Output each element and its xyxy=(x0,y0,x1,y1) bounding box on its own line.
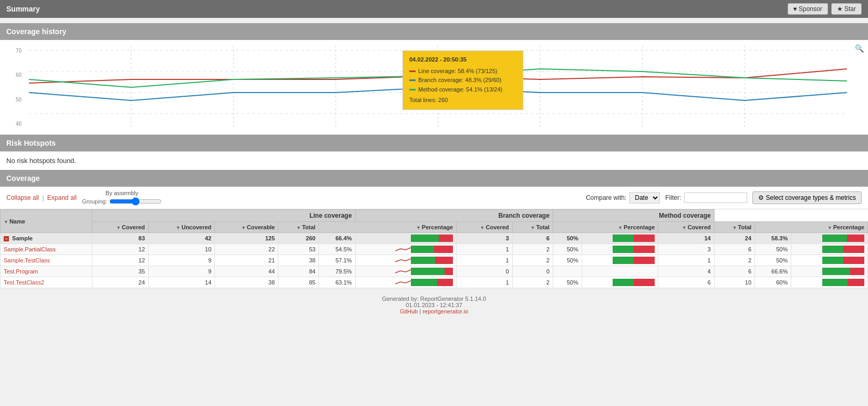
risk-hotspots-header: Risk Hotspots xyxy=(0,135,868,151)
page-title: Summary xyxy=(6,5,40,13)
col-branch-pct[interactable]: ▼Percentage xyxy=(553,222,658,233)
col-line-coverable[interactable]: ▼Coverable xyxy=(215,222,278,233)
compare-control: Compare with: Date xyxy=(586,192,660,204)
coverage-table: ▼Name Line coverage Branch coverage Meth… xyxy=(0,209,868,288)
select-coverage-button[interactable]: ⚙ Select coverage types & metrics xyxy=(752,191,862,204)
col-method-pct[interactable]: ▼Percentage xyxy=(755,222,868,233)
collapse-row-icon[interactable]: − xyxy=(4,236,9,241)
coverage-header: Coverage xyxy=(0,170,868,187)
grouping-slider[interactable] xyxy=(109,197,162,206)
filter-control: Filter: xyxy=(665,192,747,203)
table-row-name[interactable]: Test.Program xyxy=(1,266,92,277)
svg-point-13 xyxy=(435,74,440,78)
table-row-name[interactable]: Test.TestClass2 xyxy=(1,277,92,288)
footer: Generated by: ReportGenerator 5.1.14.0 0… xyxy=(0,288,868,322)
zoom-icon[interactable]: 🔍 xyxy=(855,44,864,53)
col-branch-total[interactable]: ▼Total xyxy=(512,222,553,233)
svg-point-12 xyxy=(435,85,440,89)
no-hotspots-message: No risk hotspots found. xyxy=(0,151,868,170)
filter-input[interactable] xyxy=(684,192,747,203)
top-bar-buttons: ♥ Sponsor ★ Star xyxy=(788,3,862,15)
col-branch-covered[interactable]: ▼Covered xyxy=(457,222,512,233)
sponsor-button[interactable]: ♥ Sponsor xyxy=(788,3,828,15)
reportgenerator-link[interactable]: reportgenerator.io xyxy=(422,308,468,314)
col-line-uncovered[interactable]: ▼Uncovered xyxy=(148,222,214,233)
top-bar: Summary ♥ Sponsor ★ Star xyxy=(0,0,868,18)
grouping-control: By assembly Grouping: xyxy=(82,190,162,206)
github-link[interactable]: GitHub xyxy=(400,308,418,314)
col-group-method: Method coverage xyxy=(553,210,714,222)
coverage-history-chart: 70 60 50 40 xyxy=(0,40,868,135)
star-button[interactable]: ★ Star xyxy=(831,3,862,15)
col-name[interactable]: ▼Name xyxy=(1,210,92,233)
col-method-total[interactable]: ▼Total xyxy=(714,222,755,233)
collapse-all-link[interactable]: Collapse all xyxy=(6,194,39,201)
expand-all-link[interactable]: Expand all xyxy=(47,194,77,201)
collapse-expand-links: Collapse all | Expand all xyxy=(6,194,77,201)
coverage-history-header: Coverage history xyxy=(0,23,868,40)
col-group-branch: Branch coverage xyxy=(355,210,553,222)
table-row-name: − Sample xyxy=(1,233,92,244)
col-method-covered[interactable]: ▼Covered xyxy=(658,222,714,233)
table-row-name[interactable]: Sample.TestClass xyxy=(1,255,92,266)
col-group-line: Line coverage xyxy=(92,210,355,222)
chart-svg xyxy=(29,45,847,129)
col-line-pct[interactable]: ▼Percentage xyxy=(319,222,457,233)
col-line-covered[interactable]: ▼Covered xyxy=(92,222,148,233)
col-line-total[interactable]: ▼Total xyxy=(278,222,319,233)
compare-select[interactable]: Date xyxy=(629,192,660,204)
table-row-name[interactable]: Sample.PartialClass xyxy=(1,244,92,255)
